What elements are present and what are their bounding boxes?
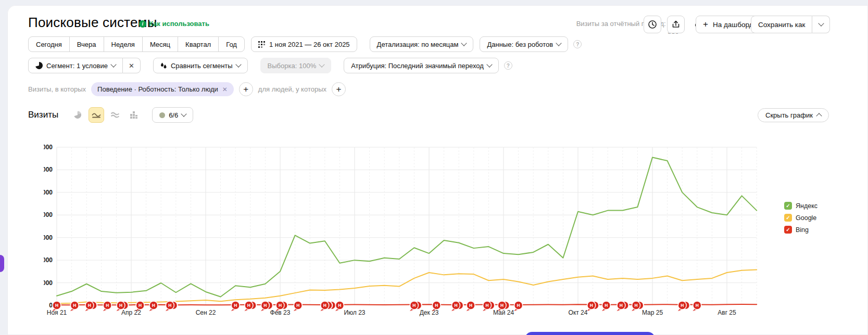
plus-icon: + (703, 19, 708, 30)
sampling-dropdown[interactable]: Выборка: 100% (260, 58, 332, 73)
legend-item-google[interactable]: ✓Google (784, 214, 817, 222)
legend-label: Google (796, 214, 816, 222)
preset-week-button[interactable]: Неделя (104, 36, 143, 52)
svg-text:Н: Н (323, 303, 326, 308)
date-range-label: 1 ноя 2021 — 26 окт 2025 (269, 41, 350, 48)
chart-type-pie-button[interactable] (70, 107, 85, 123)
report-card: Поисковые системы i Как использовать Виз… (7, 5, 868, 335)
preset-quarter-button[interactable]: Квартал (178, 36, 219, 52)
svg-text:3 000: 3 000 (44, 234, 53, 241)
svg-text:Н: Н (485, 303, 488, 308)
add-visit-filter-button[interactable]: + (239, 82, 253, 96)
compare-drops-icon (160, 62, 167, 69)
svg-text:Н: Н (454, 303, 457, 308)
remove-filter-icon[interactable]: ✕ (222, 86, 228, 93)
visits-chart[interactable]: 01 0002 0003 0004 0005 0006 0007 000Ноя … (44, 135, 768, 323)
annotation-marker[interactable]: Н (467, 301, 475, 311)
preset-yesterday-button[interactable]: Вчера (69, 36, 104, 52)
annotation-marker[interactable]: Н (335, 301, 344, 311)
how-to-use-label: Как использовать (149, 20, 209, 28)
attribution-dropdown[interactable]: Атрибуция: Последний значимый переход (344, 58, 499, 73)
chart-type-columns-button[interactable] (126, 107, 142, 123)
svg-text:Фев 23: Фев 23 (270, 309, 291, 316)
info-icon: i (139, 20, 146, 28)
date-range-button[interactable]: 1 ноя 2021 — 26 окт 2025 (251, 36, 357, 52)
filter-chip-label: Поведение · Роботность: Только люди (97, 85, 218, 93)
visits-line-chart-svg[interactable]: 01 0002 0003 0004 0005 0006 0007 000Ноя … (44, 135, 768, 323)
compare-segments-dropdown[interactable]: Сравнить сегменты (153, 58, 248, 73)
hide-chart-button[interactable]: Скрыть график (758, 108, 829, 122)
svg-text:Н: Н (338, 303, 341, 308)
history-button[interactable] (644, 16, 661, 33)
svg-text:Июл 23: Июл 23 (344, 309, 365, 316)
svg-text:7 000: 7 000 (44, 144, 53, 151)
legend-checkbox-icon[interactable]: ✓ (784, 202, 792, 210)
chevron-down-icon (110, 61, 116, 67)
detail-dropdown[interactable]: Детализация: по месяцам (370, 36, 474, 52)
preset-month-button[interactable]: Месяц (142, 36, 178, 52)
clear-segment-button[interactable]: ✕ (123, 58, 141, 73)
chevron-down-icon (556, 40, 562, 46)
annotation-marker[interactable]: Н (70, 301, 79, 311)
preset-today-button[interactable]: Сегодня (28, 36, 70, 52)
svg-text:Н: Н (55, 303, 58, 308)
page-title: Поисковые системы (28, 15, 157, 31)
svg-text:Дек 23: Дек 23 (420, 309, 439, 316)
annotation-marker[interactable]: Н (514, 301, 523, 311)
data-mode-dropdown[interactable]: Данные: без роботов (480, 36, 568, 52)
annotation-marker[interactable]: Н (149, 301, 158, 311)
legend-item-яндекс[interactable]: ✓Яндекс (784, 202, 817, 210)
help-icon[interactable]: ? (573, 40, 582, 48)
svg-text:Н: Н (168, 303, 171, 308)
annotation-marker[interactable]: Н (103, 301, 112, 311)
filter-chip-robots[interactable]: Поведение · Роботность: Только люди ✕ (91, 82, 234, 96)
export-button[interactable] (667, 16, 685, 33)
save-as-menu-button[interactable] (812, 16, 830, 33)
chevron-down-icon (486, 61, 492, 67)
svg-text:Н: Н (139, 303, 142, 308)
svg-text:Мар 25: Мар 25 (642, 309, 663, 316)
stacked-area-icon (110, 111, 120, 119)
clock-icon (648, 20, 657, 29)
svg-text:Н: Н (73, 303, 76, 308)
svg-text:Н: Н (469, 303, 472, 308)
help-icon[interactable]: ? (504, 61, 512, 70)
legend-item-bing[interactable]: ✓Bing (784, 226, 817, 234)
legend-checkbox-icon[interactable]: ✓ (784, 226, 792, 234)
chart-legend: ✓Яндекс✓Google✓Bing (784, 202, 817, 234)
line-chart-icon (92, 111, 101, 119)
annotation-marker[interactable]: Н (602, 301, 611, 311)
how-to-use-link[interactable]: i Как использовать (139, 20, 209, 28)
annotation-marker[interactable]: Н (693, 301, 701, 311)
chat-widget-pill[interactable] (525, 332, 655, 335)
hide-chart-label: Скрыть график (765, 111, 813, 119)
add-people-filter-button[interactable]: + (332, 82, 346, 96)
segment-label: Сегмент: 1 условие (46, 62, 108, 70)
chevron-up-icon (816, 113, 822, 119)
data-mode-label: Данные: без роботов (487, 41, 553, 48)
chevron-down-icon (235, 61, 241, 67)
preset-year-button[interactable]: Год (218, 36, 245, 52)
chevron-down-icon (181, 111, 187, 117)
goals-dropdown[interactable]: 6/6 (152, 107, 193, 123)
annotation-marker[interactable]: Н (294, 301, 303, 311)
detail-label: Детализация: по месяцам (377, 41, 459, 48)
svg-text:Н: Н (296, 303, 299, 308)
chart-type-area-button[interactable] (107, 107, 123, 123)
svg-text:6 000: 6 000 (44, 166, 53, 173)
svg-text:Н: Н (234, 303, 237, 308)
close-icon: ✕ (129, 62, 134, 70)
annotation-marker[interactable]: Н (231, 301, 240, 311)
svg-text:1 000: 1 000 (44, 279, 53, 287)
svg-text:Н: Н (263, 303, 267, 308)
segment-dropdown[interactable]: Сегмент: 1 условие (28, 58, 123, 73)
svg-text:Н: Н (106, 303, 109, 308)
export-icon (671, 20, 681, 29)
feedback-side-tab[interactable] (0, 255, 4, 272)
attribution-label: Атрибуция: Последний значимый переход (351, 62, 484, 70)
save-as-button[interactable]: Сохранить как (751, 16, 812, 33)
chart-metric-title: Визиты (28, 110, 58, 120)
chart-type-line-button[interactable] (89, 107, 104, 123)
chevron-down-icon (319, 61, 325, 67)
legend-checkbox-icon[interactable]: ✓ (784, 214, 792, 222)
